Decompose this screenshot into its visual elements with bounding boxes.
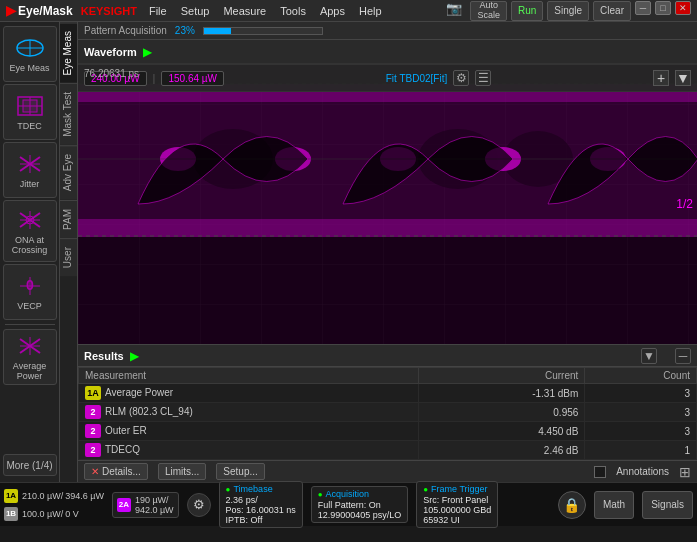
maximize-button[interactable]: □ (655, 1, 671, 15)
menu-file[interactable]: File (149, 5, 167, 17)
table-row: 2TDECQ2.46 dB1 (79, 441, 697, 460)
eye-timestamp: 76.20631 ps (84, 68, 139, 79)
results-tbody: 1AAverage Power-1.31 dBm32RLM (802.3 CL_… (79, 384, 697, 460)
auto-scale-button[interactable]: AutoScale (470, 1, 507, 21)
window-controls: 📷 AutoScale Run Single Clear ─ □ ✕ (446, 1, 691, 21)
timebase-val1: 2.36 ps/ (226, 495, 296, 505)
left-sidebar: Eye Meas TDEC (0, 22, 60, 482)
jitter-label: Jitter (20, 180, 40, 190)
channel-1a-badge: 1A (4, 489, 18, 503)
channel-settings-button[interactable]: ⚙ (453, 70, 469, 86)
acq-progress-fill (204, 28, 231, 34)
sidebar-item-jitter[interactable]: Jitter (3, 142, 57, 198)
ona-icon (15, 206, 45, 234)
math-button[interactable]: Math (594, 491, 634, 519)
waveform-bar: Waveform ▶ (78, 40, 697, 64)
vtab-pam[interactable]: PAM (60, 200, 77, 238)
channel-1b-val2: 0 V (65, 509, 79, 519)
channel-label: Fit TBD02[Fit] (386, 73, 448, 84)
clear-button[interactable]: Clear (593, 1, 631, 21)
meas-value-2: 150.64 µW (161, 71, 224, 86)
sidebar-item-eye-meas[interactable]: Eye Meas (3, 26, 57, 82)
results-menu-button[interactable]: ─ (675, 348, 691, 364)
table-row: 2Outer ER4.450 dB3 (79, 422, 697, 441)
channel-menu-button[interactable]: ☰ (475, 70, 491, 86)
sidebar-item-vecp[interactable]: 0 VECP (3, 264, 57, 320)
results-collapse-button[interactable]: ▼ (641, 348, 657, 364)
sidebar-item-ona[interactable]: ONA at Crossing (3, 200, 57, 262)
avg-power-label: Average Power (4, 362, 56, 382)
tab-strip: Eye Meas Mask Test Adv Eye PAM User (60, 22, 78, 482)
timebase-group: ● Timebase 2.36 ps/ Pos: 16.00031 ns IPT… (219, 481, 303, 528)
menu-help[interactable]: Help (359, 5, 382, 17)
vtab-adv-eye[interactable]: Adv Eye (60, 145, 77, 199)
results-play-button[interactable]: ▶ (130, 349, 139, 363)
zoom-minus-button[interactable]: ▼ (675, 70, 691, 86)
details-button[interactable]: ✕ Details... (84, 463, 148, 480)
channel-2a-val1: 190 µW/ (135, 495, 174, 505)
sidebar-item-tdec[interactable]: TDEC (3, 84, 57, 140)
annotations-label: Annotations (616, 466, 669, 477)
eye-marker: 1/2 (676, 197, 693, 211)
table-cell-measurement: 1AAverage Power (79, 384, 419, 403)
minimize-button[interactable]: ─ (635, 1, 651, 15)
details-x-icon: ✕ (91, 466, 99, 477)
jitter-icon (15, 150, 45, 178)
vtab-mask-test[interactable]: Mask Test (60, 83, 77, 145)
tdec-label: TDEC (17, 122, 42, 132)
lock-button[interactable]: 🔒 (558, 491, 586, 519)
eye-diagram-area[interactable]: 76.20631 ps (78, 64, 697, 344)
table-row: 1AAverage Power-1.31 dBm3 (79, 384, 697, 403)
results-header: Results ▶ ▼ ─ (78, 345, 697, 367)
channel-1a-val: 210.0 µW/ (22, 491, 63, 501)
menu-apps[interactable]: Apps (320, 5, 345, 17)
vtab-user[interactable]: User (60, 238, 77, 276)
status-bar: 1A 210.0 µW/ 394.6 µW 1B 100.0 µW/ 0 V 2… (0, 482, 697, 526)
more-button[interactable]: More (1/4) (3, 454, 57, 476)
channel-1b-entry: 1B 100.0 µW/ 0 V (4, 506, 104, 522)
acq-progress-bar (203, 27, 323, 35)
grid-icon[interactable]: ⊞ (679, 464, 691, 480)
sidebar-item-avg-power[interactable]: Average Power (3, 329, 57, 385)
acquisition-title: Acquisition (326, 489, 370, 499)
table-cell-count: 3 (585, 384, 697, 403)
menu-setup[interactable]: Setup (181, 5, 210, 17)
sidebar-divider (5, 324, 55, 325)
table-cell-measurement: 2RLM (802.3 CL_94) (79, 403, 419, 422)
single-button[interactable]: Single (547, 1, 589, 21)
channel-2a-group: 2A 190 µW/ 942.0 µW (112, 492, 179, 518)
col-current: Current (418, 368, 584, 384)
tdec-icon (15, 92, 45, 120)
limits-button[interactable]: Limits... (158, 463, 206, 480)
menu-tools[interactable]: Tools (280, 5, 306, 17)
annotations-checkbox[interactable] (594, 466, 606, 478)
run-button[interactable]: Run (511, 1, 543, 21)
vtab-eye-meas[interactable]: Eye Meas (60, 22, 77, 83)
col-count: Count (585, 368, 697, 384)
vecp-icon: 0 (15, 272, 45, 300)
acq-label: Pattern Acquisition (84, 25, 167, 36)
channel-1b-badge: 1B (4, 507, 18, 521)
close-button[interactable]: ✕ (675, 1, 691, 15)
acquisition-val1: Full Pattern: On (318, 500, 402, 510)
setup-button[interactable]: Setup... (216, 463, 264, 480)
settings-button[interactable]: ⚙ (187, 493, 211, 517)
table-row: 2RLM (802.3 CL_94)0.9563 (79, 403, 697, 422)
waveform-play-button[interactable]: ▶ (143, 45, 152, 59)
table-cell-current: 0.956 (418, 403, 584, 422)
table-cell-measurement: 2TDECQ (79, 441, 419, 460)
row-badge: 2 (85, 405, 101, 419)
vecp-label: VECP (17, 302, 42, 312)
table-cell-measurement: 2Outer ER (79, 422, 419, 441)
acq-percent: 23% (175, 25, 195, 36)
channel-2a-val2: 942.0 µW (135, 505, 174, 515)
channel-1b-val: 100.0 µW/ (22, 509, 63, 519)
acq-bar: Pattern Acquisition 23% (78, 22, 697, 40)
signals-button[interactable]: Signals (642, 491, 693, 519)
table-cell-count: 3 (585, 403, 697, 422)
content-area: Pattern Acquisition 23% Waveform ▶ 76.20… (78, 22, 697, 482)
ona-label: ONA at Crossing (4, 236, 56, 256)
camera-button[interactable]: 📷 (446, 1, 462, 21)
menu-measure[interactable]: Measure (223, 5, 266, 17)
zoom-plus-button[interactable]: + (653, 70, 669, 86)
